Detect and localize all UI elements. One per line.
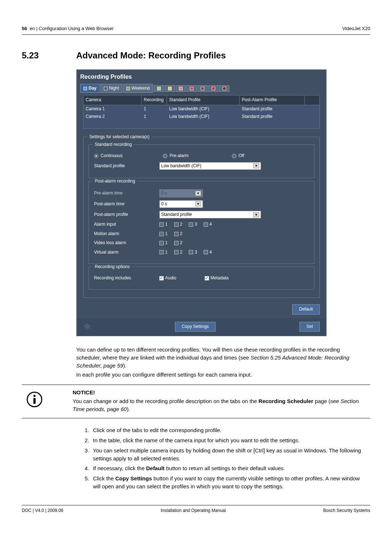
tab-day[interactable]: Day xyxy=(80,84,100,93)
set-button[interactable]: Set xyxy=(299,322,320,332)
virtual-alarm-2[interactable] xyxy=(174,250,179,254)
chevron-down-icon: ▼ xyxy=(195,191,201,196)
list-item: If necessary, click the Default button t… xyxy=(91,464,363,472)
breadcrumb: en | Configuration Using a Web Browser xyxy=(30,26,114,31)
tab-color-8[interactable] xyxy=(197,85,208,92)
videoloss-alarm-2[interactable] xyxy=(174,241,179,245)
videoloss-alarm-1[interactable] xyxy=(159,241,164,245)
svg-rect-3 xyxy=(33,398,36,404)
prealarm-time-select: 0 s▼ xyxy=(159,189,203,197)
radio-off[interactable] xyxy=(232,154,236,158)
chevron-down-icon: ▼ xyxy=(253,212,259,217)
section-title: Advanced Mode: Recording Profiles xyxy=(76,49,226,62)
table-row[interactable]: Camera 11Low bandwidth (CIF)Standard pro… xyxy=(83,105,319,113)
body-paragraphs: You can define up to ten different recor… xyxy=(76,346,363,379)
page-footer: DOC | V4.0 | 2009.06 Installation and Op… xyxy=(22,505,370,514)
tab-color-10[interactable] xyxy=(219,85,229,92)
radio-continuous[interactable] xyxy=(94,154,98,158)
alarm-input-2[interactable] xyxy=(174,222,179,227)
virtual-alarm-4[interactable] xyxy=(204,250,208,254)
settings-selected-fieldset: Settings for selected camera(s) Standard… xyxy=(83,137,320,298)
standard-recording-fieldset: Standard recording Continuous Pre-alarm … xyxy=(89,144,314,178)
list-item: You can select multiple camera inputs by… xyxy=(91,447,363,463)
footer-right: Bosch Security Systems xyxy=(323,508,370,514)
motion-alarm-2[interactable] xyxy=(174,232,179,236)
profile-tabs: Day Night Weekend xyxy=(77,84,326,95)
table-header: Camera Recording Standard Profile Post-A… xyxy=(83,95,320,105)
include-metadata[interactable] xyxy=(205,276,209,280)
virtual-alarm-3[interactable] xyxy=(189,250,193,254)
list-item: Click the Copy Settings button if you wa… xyxy=(91,475,363,491)
camera-table: Camera Recording Standard Profile Post-A… xyxy=(83,95,320,129)
copy-settings-button[interactable]: Copy Settings xyxy=(175,322,216,332)
tab-color-4[interactable] xyxy=(154,85,164,92)
chevron-down-icon: ▼ xyxy=(195,201,201,206)
tab-color-6[interactable] xyxy=(176,85,186,92)
alarm-input-1[interactable] xyxy=(159,222,164,227)
postalarm-recording-fieldset: Post-alarm recording Pre-alarm time 0 s▼… xyxy=(89,181,314,264)
standard-profile-select[interactable]: Low bandwidth (CIF)▼ xyxy=(159,162,261,170)
default-button[interactable]: Default xyxy=(292,304,320,314)
tab-color-9[interactable] xyxy=(208,85,219,92)
gear-icon xyxy=(83,323,91,331)
table-row[interactable]: Camera 21Low bandwidth (CIF)Standard pro… xyxy=(83,113,319,120)
product-name: VideoJet X20 xyxy=(342,25,370,32)
panel-title: Recording Profiles xyxy=(77,70,326,84)
info-icon xyxy=(22,389,47,408)
page-number: 56 xyxy=(22,26,27,31)
footer-center: Installation and Operating Manual xyxy=(161,508,226,514)
tab-weekend[interactable]: Weekend xyxy=(123,84,153,93)
list-item: In the table, click the name of the came… xyxy=(91,436,363,444)
recording-profiles-panel: Recording Profiles Day Night Weekend Cam… xyxy=(76,69,327,336)
notice-block: NOTICE! You can change or add to the rec… xyxy=(22,385,370,418)
alarm-input-3[interactable] xyxy=(189,222,193,227)
chevron-down-icon: ▼ xyxy=(253,163,259,168)
recording-options-fieldset: Recording options Recording includes Aud… xyxy=(89,267,314,290)
tab-night[interactable]: Night xyxy=(101,84,122,93)
include-audio[interactable] xyxy=(159,276,164,280)
notice-title: NOTICE! xyxy=(73,389,359,397)
footer-left: DOC | V4.0 | 2009.06 xyxy=(22,508,63,514)
section-number: 5.23 xyxy=(22,49,76,62)
svg-point-0 xyxy=(86,325,88,328)
alarm-input-4[interactable] xyxy=(204,222,208,227)
postalarm-profile-select[interactable]: Standard profile▼ xyxy=(159,211,261,218)
steps-list: Click one of the tabs to edit the corres… xyxy=(76,426,363,490)
section-heading: 5.23 Advanced Mode: Recording Profiles xyxy=(22,49,370,62)
svg-point-2 xyxy=(33,395,36,397)
tab-color-5[interactable] xyxy=(165,85,175,92)
tab-color-7[interactable] xyxy=(187,85,197,92)
postalarm-time-select[interactable]: 0 s▼ xyxy=(159,200,203,208)
list-item: Click one of the tabs to edit the corres… xyxy=(91,426,363,434)
radio-prealarm[interactable] xyxy=(163,154,167,158)
page-header: 56 en | Configuration Using a Web Browse… xyxy=(22,25,370,35)
motion-alarm-1[interactable] xyxy=(159,232,164,236)
virtual-alarm-1[interactable] xyxy=(159,250,164,254)
